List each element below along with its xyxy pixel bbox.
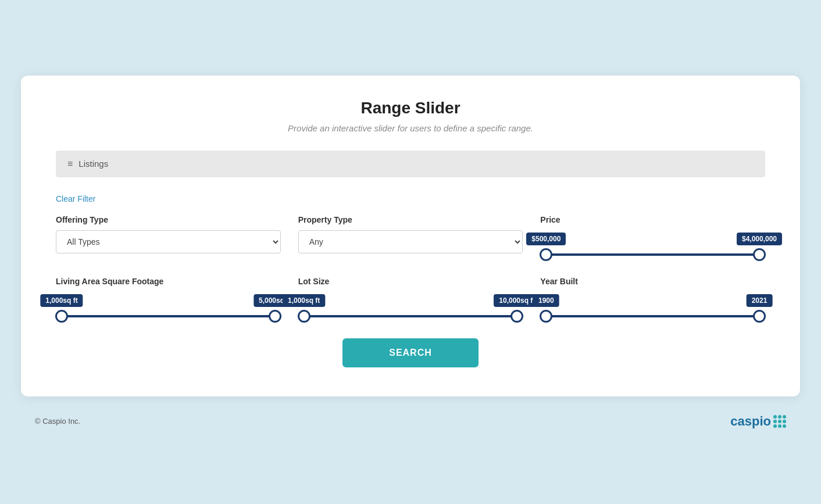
caspio-dots-icon [773,415,786,428]
price-label: Price [540,215,765,224]
search-button[interactable]: SEARCH [342,338,479,367]
year-built-min-thumb[interactable] [540,310,552,323]
price-min-thumb[interactable] [540,248,552,261]
listings-label: Listings [78,159,108,169]
price-slider[interactable]: $500,000 $4,000,000 [540,230,765,256]
year-built-max-label: 2021 [747,294,773,307]
lot-size-slider[interactable]: 1,000sq ft 10,000sq ft [298,292,523,317]
living-area-slider[interactable]: 1,000sq ft 5,000sq ft [56,292,281,317]
lot-size-min-label: 1,000sq ft [283,294,325,307]
listings-icon: ≡ [67,159,73,169]
filter-row-2: Living Area Square Footage 1,000sq ft 5,… [56,277,765,317]
price-track: $500,000 $4,000,000 [546,253,759,256]
living-area-max-thumb[interactable] [269,310,281,323]
year-built-slider[interactable]: 1900 2021 [540,292,765,317]
living-area-group: Living Area Square Footage 1,000sq ft 5,… [56,277,281,317]
price-max-thumb[interactable] [753,248,766,261]
page-title: Range Slider [56,99,765,117]
copyright: © Caspio Inc. [35,417,80,426]
lot-size-min-thumb[interactable] [298,310,310,323]
main-card: Range Slider Provide an interactive slid… [21,76,800,396]
price-group: Price $500,000 $4,000,000 [540,215,765,256]
price-max-label: $4,000,000 [737,233,782,245]
offering-type-label: Offering Type [56,215,281,224]
year-built-min-label: 1900 [533,294,559,307]
year-built-group: Year Built 1900 2021 [540,277,765,317]
living-area-min-thumb[interactable] [55,310,68,323]
lot-size-max-thumb[interactable] [511,310,523,323]
offering-type-group: Offering Type All Types For Sale For Ren… [56,215,281,253]
price-min-label: $500,000 [526,233,566,245]
caspio-brand-text: caspio [730,414,771,429]
clear-filter-button[interactable]: Clear Filter [56,194,95,203]
listings-header: ≡ Listings [56,151,765,177]
lot-size-label: Lot Size [298,277,523,286]
caspio-logo: caspio [730,414,786,429]
page-subtitle: Provide an interactive slider for users … [56,123,765,133]
filter-row-1: Offering Type All Types For Sale For Ren… [56,215,765,256]
search-btn-row: SEARCH [56,338,765,367]
living-area-min-label: 1,000sq ft [40,294,83,307]
offering-type-select[interactable]: All Types For Sale For Rent For Lease [56,230,281,253]
lot-size-group: Lot Size 1,000sq ft 10,000sq ft [298,277,523,317]
year-built-max-thumb[interactable] [753,310,766,323]
living-area-track: 1,000sq ft 5,000sq ft [62,315,275,317]
living-area-label: Living Area Square Footage [56,277,281,286]
lot-size-track: 1,000sq ft 10,000sq ft [304,315,517,317]
year-built-label: Year Built [540,277,765,286]
property-type-group: Property Type Any House Condo Townhouse … [298,215,523,253]
property-type-label: Property Type [298,215,523,224]
property-type-select[interactable]: Any House Condo Townhouse Land Commercia… [298,230,523,253]
year-built-track: 1900 2021 [546,315,759,317]
footer: © Caspio Inc. caspio [12,402,809,429]
